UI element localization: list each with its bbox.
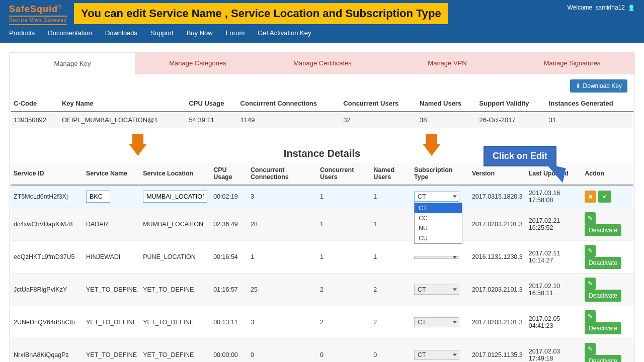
cancel-edit-button[interactable] [585, 191, 596, 203]
tab-manage-categories[interactable]: Manage Categories [135, 52, 260, 74]
nav-downloads[interactable]: Downloads [105, 29, 137, 37]
concurrent-users: 2 [317, 274, 370, 306]
named-users: 1 [370, 241, 411, 274]
named-users: 0 [370, 339, 411, 363]
version: 2017.0315.1820.3 [469, 185, 526, 208]
tab-manage-certificates[interactable]: Manage Certificates [260, 52, 385, 74]
keyname: OEIPL_MUMBAI_LOCATION@1 [59, 112, 186, 128]
table-row: dc4xwChVDapXiMz8 DADAR MUMBAI_LOCATION 0… [11, 208, 633, 241]
cconn: 1149 [237, 112, 341, 128]
top-bar: SafeSquid® Secure Web Gateway You can ed… [0, 0, 644, 25]
table-row: ZT5McLd6ntH2f3Xj 00:02:19 3 1 1 CT CTCCN… [11, 185, 633, 208]
dropdown-option[interactable]: CU [415, 233, 462, 243]
concurrent-connections: 3 [248, 185, 317, 208]
col-instances: Instances Generated [546, 96, 633, 112]
service-id: JctUaF8RigPvIKzY [11, 274, 83, 306]
brand-name: SafeSquid [9, 4, 58, 14]
version: 2017.0203.2101.3 [469, 306, 526, 339]
col-validity: Support Validity [476, 96, 546, 112]
dropdown-option[interactable]: CT [415, 203, 462, 213]
subscription-select[interactable]: CT [414, 350, 459, 360]
table-row: edQzHKTL9fmD37U5 HINJEWADI PUNE_LOCATION… [11, 241, 633, 274]
deactivate-button[interactable]: Deactivate [585, 257, 621, 269]
check-icon [602, 193, 607, 200]
edit-button[interactable] [585, 245, 596, 257]
col-subscription-type: Subscription Type [411, 162, 469, 185]
subscription-select[interactable] [414, 256, 459, 259]
service-id: ZT5McLd6ntH2f3Xj [11, 185, 83, 208]
version: 2016.1231.1230.3 [469, 241, 526, 274]
chevron-down-icon [453, 289, 457, 291]
main-panel: Manage Key Manage Categories Manage Cert… [9, 52, 635, 362]
key-summary-table: C-Code Key Name CPU Usage Concurrent Con… [11, 96, 633, 128]
pencil-icon [588, 215, 593, 222]
service-name: YET_TO_DEFINE [86, 351, 137, 358]
subscription-select[interactable]: CT [414, 317, 459, 327]
welcome-block[interactable]: Welcome samidha12 [567, 4, 635, 11]
nav-forum[interactable]: Forum [226, 29, 245, 37]
cpu-usage: 01:16:57 [210, 274, 248, 306]
tab-manage-vpn[interactable]: Manage VPN [385, 52, 510, 74]
version: 2017.0125.1135.3 [469, 339, 526, 363]
user-icon [628, 4, 635, 11]
service-id: edQzHKTL9fmD37U5 [11, 241, 83, 274]
cpu-usage: 00:02:19 [210, 185, 248, 208]
chevron-down-icon [453, 196, 457, 198]
subscription-select[interactable]: CT [414, 285, 459, 295]
tab-manage-signatures[interactable]: Manage Signatures [510, 52, 634, 74]
cusers: 32 [340, 112, 417, 128]
cpu-usage: 00:16:54 [210, 241, 248, 274]
last-updated: 2017.02.03 17:49:18 [526, 339, 582, 363]
version: 2017.0203.2101.3 [469, 208, 526, 241]
nav-documentation[interactable]: Documentation [48, 29, 92, 37]
pencil-icon [588, 280, 593, 287]
concurrent-users: 1 [317, 185, 370, 208]
service-name: YET_TO_DEFINE [86, 319, 137, 326]
tab-manage-key[interactable]: Manage Key [10, 52, 135, 74]
col-cusers: Concurrent Users [340, 96, 417, 112]
dropdown-option[interactable]: CC [415, 213, 462, 223]
last-updated: 2017.03.16 17:58:08 [526, 185, 582, 208]
concurrent-connections: 25 [248, 274, 317, 306]
download-key-button[interactable]: Download Key [570, 79, 627, 93]
logo[interactable]: SafeSquid® Secure Web Gateway [9, 3, 67, 25]
concurrent-users: 0 [317, 339, 370, 363]
confirm-edit-button[interactable] [598, 191, 611, 203]
service-location: YET_TO_DEFINE [143, 286, 194, 293]
edit-button[interactable] [585, 212, 596, 224]
arrow-down-icon [129, 144, 147, 156]
service-location-input[interactable] [143, 191, 207, 203]
nav-activation-key[interactable]: Get Activation Key [258, 29, 311, 37]
dropdown-option[interactable]: NU [415, 223, 462, 233]
welcome-user: samidha12 [595, 4, 625, 11]
deactivate-button[interactable]: Deactivate [585, 224, 621, 236]
service-name-input[interactable] [86, 191, 110, 203]
concurrent-connections: 3 [248, 306, 317, 339]
nusers: 38 [417, 112, 476, 128]
service-name: HINJEWADI [86, 253, 120, 260]
service-id: dc4xwChVDapXiMz8 [11, 208, 83, 241]
cpu: 54:39:11 [186, 112, 237, 128]
deactivate-button[interactable]: Deactivate [585, 322, 621, 334]
col-concurrent-users: Concurrent Users [317, 162, 370, 185]
nav-products[interactable]: Products [9, 29, 35, 37]
nav-support[interactable]: Support [150, 29, 174, 37]
deactivate-button[interactable]: Deactivate [585, 355, 621, 362]
pencil-icon [588, 313, 593, 320]
col-named-users: Named Users [370, 162, 411, 185]
edit-button[interactable] [585, 278, 596, 290]
nav-buy-now[interactable]: Buy Now [187, 29, 213, 37]
service-id: NrxIBnA8KiQqagPz [11, 339, 83, 363]
col-ccode: C-Code [11, 96, 59, 112]
edit-button[interactable] [585, 343, 596, 355]
col-cpu: CPU Usage [186, 96, 237, 112]
cpu-usage: 00:00:00 [210, 339, 248, 363]
edit-button[interactable] [585, 310, 596, 322]
deactivate-button[interactable]: Deactivate [585, 290, 621, 302]
concurrent-users: 2 [317, 306, 370, 339]
named-users: 1 [370, 208, 411, 241]
last-updated: 2017.02.11 10:14:27 [526, 241, 582, 274]
col-service-id: Service ID [11, 162, 83, 185]
subscription-select[interactable]: CT [414, 192, 459, 202]
col-action: Action [582, 162, 633, 185]
